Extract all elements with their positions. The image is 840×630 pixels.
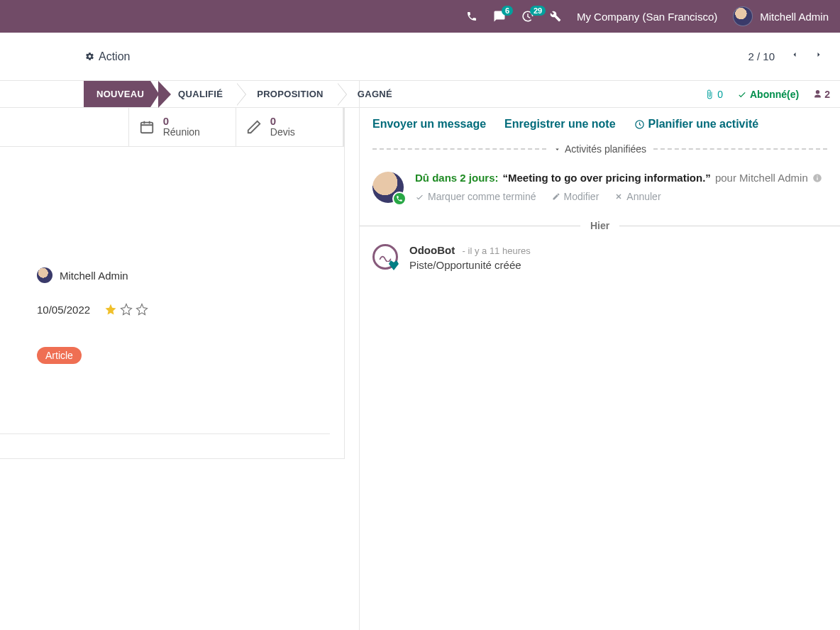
pager-next[interactable] bbox=[814, 48, 823, 65]
avatar bbox=[372, 172, 404, 203]
debug-icon[interactable] bbox=[550, 11, 561, 22]
pencil-icon bbox=[552, 192, 560, 201]
followers-count[interactable]: 2 bbox=[813, 89, 830, 100]
star-icon[interactable] bbox=[136, 303, 148, 316]
activities-icon[interactable]: 29 bbox=[521, 10, 534, 23]
day-separator: Hier bbox=[360, 207, 840, 236]
gear-icon bbox=[85, 52, 94, 61]
activity-due: Dû dans 2 jours: bbox=[415, 172, 499, 184]
info-icon[interactable] bbox=[812, 173, 822, 183]
stat-meeting[interactable]: 0 Réunion bbox=[129, 108, 236, 146]
activity-done-button[interactable]: Marquer comme terminé bbox=[415, 191, 536, 202]
close-icon bbox=[614, 192, 623, 201]
tag-article[interactable]: Article bbox=[37, 347, 82, 364]
check-icon bbox=[737, 89, 747, 99]
company-selector[interactable]: My Company (San Francisco) bbox=[577, 11, 717, 23]
odoobot-avatar bbox=[372, 244, 398, 270]
form-panel: NOUVEAU QUALIFIÉ PROPOSITION GAGNÉ 0 bbox=[0, 81, 359, 630]
schedule-activity-button[interactable]: Planifier une activité bbox=[634, 118, 759, 131]
log-time: - il y a 11 heures bbox=[463, 245, 531, 256]
calendar-icon bbox=[139, 119, 155, 135]
star-icon[interactable] bbox=[104, 303, 117, 316]
send-message-button[interactable]: Envoyer un message bbox=[372, 118, 486, 131]
log-author: OdooBot bbox=[409, 244, 455, 256]
svg-rect-3 bbox=[817, 177, 817, 179]
pager-prev[interactable] bbox=[790, 48, 799, 65]
phone-badge-icon bbox=[392, 192, 407, 206]
message-actions: Envoyer un message Enregistrer une note … bbox=[360, 108, 840, 140]
person-icon bbox=[813, 89, 822, 99]
priority-field[interactable] bbox=[104, 303, 148, 316]
check-icon bbox=[415, 192, 424, 201]
planned-activities-header[interactable]: Activités planifiées bbox=[360, 140, 840, 158]
user-name: Mitchell Admin bbox=[760, 11, 829, 23]
chatter-panel: 0 Abonné(e) 2 Envoyer un message Enregis… bbox=[359, 81, 840, 630]
phone-icon[interactable] bbox=[466, 11, 477, 22]
svg-rect-4 bbox=[817, 175, 817, 176]
salesperson-field[interactable]: Mitchell Admin bbox=[37, 267, 344, 283]
follow-button[interactable]: Abonné(e) bbox=[737, 89, 799, 100]
pager-text: 2 / 10 bbox=[748, 50, 775, 62]
stage-proposition[interactable]: PROPOSITION bbox=[237, 81, 338, 107]
avatar bbox=[733, 6, 753, 26]
stage-bar: NOUVEAU QUALIFIÉ PROPOSITION GAGNÉ bbox=[0, 81, 359, 108]
heart-icon bbox=[389, 260, 399, 270]
user-menu[interactable]: Mitchell Admin bbox=[733, 6, 829, 26]
svg-rect-0 bbox=[140, 123, 153, 133]
avatar bbox=[37, 267, 52, 283]
pager: 2 / 10 bbox=[748, 48, 823, 65]
activity-title: “Meeting to go over pricing information.… bbox=[503, 172, 711, 184]
messages-icon[interactable]: 6 bbox=[493, 10, 506, 23]
paperclip-icon bbox=[704, 89, 714, 99]
activity-edit-button[interactable]: Modifier bbox=[552, 191, 599, 202]
log-message: OdooBot - il y a 11 heures Piste/Opportu… bbox=[360, 236, 840, 280]
stat-buttons: 0 Réunion 0 Devis bbox=[0, 108, 344, 147]
stage-nouveau[interactable]: NOUVEAU bbox=[84, 81, 158, 107]
activity-cancel-button[interactable]: Annuler bbox=[614, 191, 661, 202]
control-bar: Action 2 / 10 bbox=[0, 33, 840, 81]
topbar: 6 29 My Company (San Francisco) Mitchell… bbox=[0, 0, 840, 33]
log-note-button[interactable]: Enregistrer une note bbox=[504, 118, 615, 131]
clock-icon bbox=[634, 119, 645, 130]
edit-icon bbox=[246, 119, 262, 135]
star-icon[interactable] bbox=[120, 303, 133, 316]
date-field[interactable]: 10/05/2022 bbox=[37, 304, 90, 316]
messages-badge: 6 bbox=[502, 6, 513, 16]
caret-down-icon bbox=[553, 145, 561, 153]
stat-quote[interactable]: 0 Devis bbox=[236, 108, 343, 146]
stage-gagne[interactable]: GAGNÉ bbox=[338, 81, 407, 107]
attachments-button[interactable]: 0 bbox=[704, 89, 723, 100]
activity-assignee: pour Mitchell Admin bbox=[715, 172, 808, 184]
activities-badge: 29 bbox=[530, 6, 546, 16]
log-text: Piste/Opportunité créée bbox=[409, 259, 531, 271]
action-menu[interactable]: Action bbox=[85, 50, 130, 63]
activity-item: Dû dans 2 jours: “Meeting to go over pri… bbox=[360, 158, 840, 207]
